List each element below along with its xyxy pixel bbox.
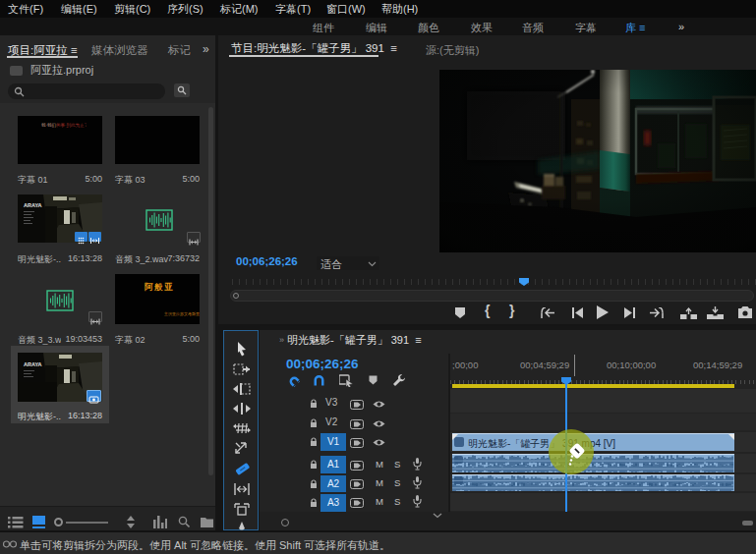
svg-text:ARAYA: ARAYA <box>24 361 42 367</box>
svg-text:ARAYA: ARAYA <box>24 202 42 208</box>
